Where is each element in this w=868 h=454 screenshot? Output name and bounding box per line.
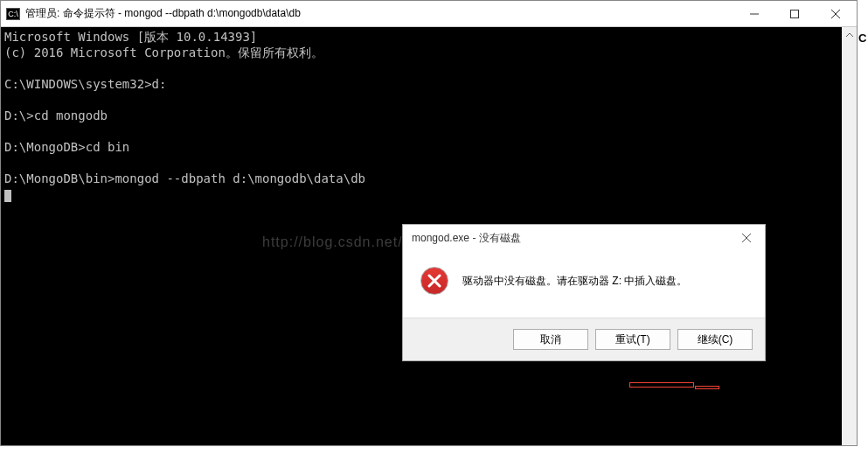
dialog-title: mongod.exe - 没有磁盘 xyxy=(412,231,521,246)
terminal-line: C:\WINDOWS\system32>d: xyxy=(4,77,166,91)
retry-button[interactable]: 重试(T) xyxy=(595,329,670,350)
dialog-close-button[interactable] xyxy=(735,229,758,247)
terminal-line: (c) 2016 Microsoft Corporation。保留所有权利。 xyxy=(4,45,323,59)
dialog-titlebar[interactable]: mongod.exe - 没有磁盘 xyxy=(403,225,765,251)
maximize-icon xyxy=(790,10,799,18)
command-prompt-window: C:\ 管理员: 命令提示符 - mongod --dbpath d:\mong… xyxy=(0,0,858,446)
cancel-button[interactable]: 取消 xyxy=(513,329,588,350)
close-button[interactable] xyxy=(815,1,857,26)
chevron-up-icon xyxy=(846,32,853,38)
dialog-message: 驱动器中没有磁盘。请在驱动器 Z: 中插入磁盘。 xyxy=(462,274,687,289)
window-controls xyxy=(734,1,857,26)
dialog-body: 驱动器中没有磁盘。请在驱动器 Z: 中插入磁盘。 xyxy=(403,251,765,318)
scroll-up-icon[interactable] xyxy=(842,27,857,42)
terminal-line: D:\>cd mongodb xyxy=(4,108,108,122)
cmd-title-area: C:\ 管理员: 命令提示符 - mongod --dbpath d:\mong… xyxy=(1,6,301,21)
cmd-title-text: 管理员: 命令提示符 - mongod --dbpath d:\mongodb\… xyxy=(25,6,301,21)
minimize-button[interactable] xyxy=(734,1,774,26)
close-icon xyxy=(831,10,840,18)
maximize-button[interactable] xyxy=(774,1,815,26)
terminal-line: D:\MongoDB\bin>mongod --dbpath d:\mongod… xyxy=(4,171,365,185)
annotation-mark xyxy=(629,382,694,388)
terminal-line: D:\MongoDB>cd bin xyxy=(4,140,129,154)
close-icon xyxy=(742,234,751,242)
error-dialog: mongod.exe - 没有磁盘 驱动器中没有磁盘。请在驱动器 Z: 中插入磁… xyxy=(402,224,766,361)
scrollbar[interactable] xyxy=(842,27,857,445)
minimize-icon xyxy=(750,10,759,18)
annotation-mark xyxy=(695,386,719,389)
cmd-titlebar[interactable]: C:\ 管理员: 命令提示符 - mongod --dbpath d:\mong… xyxy=(1,1,857,27)
error-icon xyxy=(420,267,448,295)
side-char: C xyxy=(858,31,868,45)
continue-button[interactable]: 继续(C) xyxy=(677,329,753,350)
svg-rect-1 xyxy=(791,10,799,17)
cmd-icon: C:\ xyxy=(6,8,20,20)
terminal-line: Microsoft Windows [版本 10.0.14393] xyxy=(4,30,257,44)
terminal-cursor xyxy=(4,190,11,202)
dialog-button-row: 取消 重试(T) 继续(C) xyxy=(403,318,765,360)
x-icon xyxy=(427,274,441,288)
